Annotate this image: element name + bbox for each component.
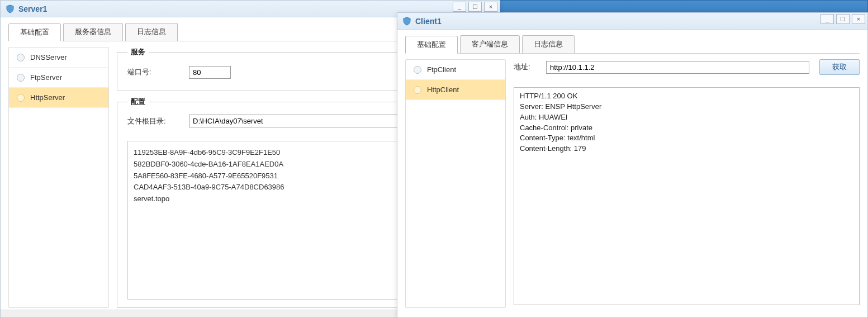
- maximize-button[interactable]: ☐: [836, 14, 850, 24]
- tab-basic-config[interactable]: 基础配置: [405, 36, 458, 54]
- sidebar-item-httpserver[interactable]: HttpServer: [9, 88, 108, 108]
- sidebar-item-label: FtpClient: [427, 65, 456, 74]
- client-sidebar: FtpClient HttpClient: [405, 59, 506, 308]
- sidebar-item-label: FtpServer: [30, 73, 62, 82]
- root-path-label: 文件根目录:: [127, 116, 172, 126]
- radio-icon: [17, 54, 25, 61]
- sidebar-item-httpclient[interactable]: HttpClient: [406, 80, 505, 100]
- sidebar-item-label: HttpServer: [30, 93, 65, 102]
- minimize-button[interactable]: _: [453, 2, 466, 12]
- radio-icon: [414, 86, 421, 94]
- tab-basic-config[interactable]: 基础配置: [8, 23, 61, 41]
- sidebar-item-dnsserver[interactable]: DNSServer: [9, 48, 108, 68]
- sidebar-item-ftpclient[interactable]: FtpClient: [406, 60, 505, 80]
- address-label: 地址:: [514, 62, 536, 72]
- http-response-text: HTTP/1.1 200 OK Server: ENSP HttpServer …: [520, 91, 853, 154]
- tab-server-info[interactable]: 服务器信息: [63, 23, 123, 41]
- close-button[interactable]: ×: [484, 2, 497, 12]
- app-icon: [402, 16, 412, 26]
- server-sidebar: DNSServer FtpServer HttpServer: [8, 47, 109, 308]
- sidebar-item-label: HttpClient: [427, 86, 459, 94]
- radio-icon: [414, 66, 421, 74]
- port-label: 端口号:: [127, 67, 172, 77]
- sidebar-item-ftpserver[interactable]: FtpServer: [9, 68, 108, 88]
- http-response-box[interactable]: HTTP/1.1 200 OK Server: ENSP HttpServer …: [514, 87, 860, 305]
- app-icon: [5, 4, 15, 14]
- radio-icon: [17, 94, 25, 102]
- close-button[interactable]: ×: [852, 14, 865, 24]
- service-legend: 服务: [127, 47, 149, 57]
- maximize-button[interactable]: ☐: [468, 2, 482, 12]
- client-titlebar[interactable]: Client1 _ ☐ ×: [397, 13, 867, 30]
- tab-log-info[interactable]: 日志信息: [125, 23, 178, 41]
- config-legend: 配置: [127, 97, 149, 107]
- radio-icon: [17, 74, 25, 82]
- port-input[interactable]: [189, 66, 231, 79]
- client-tabs: 基础配置 客户端信息 日志信息: [405, 35, 860, 54]
- server-title: Server1: [18, 4, 47, 13]
- client-window: Client1 _ ☐ × 基础配置 客户端信息 日志信息 FtpClient …: [397, 12, 868, 318]
- minimize-button[interactable]: _: [820, 14, 834, 24]
- tab-client-info[interactable]: 客户端信息: [460, 35, 520, 53]
- tab-log-info[interactable]: 日志信息: [522, 35, 575, 53]
- client-title: Client1: [415, 17, 442, 26]
- get-button[interactable]: 获取: [819, 59, 860, 75]
- background-bar: [499, 0, 868, 13]
- sidebar-item-label: DNSServer: [30, 53, 67, 61]
- address-input[interactable]: [546, 61, 809, 74]
